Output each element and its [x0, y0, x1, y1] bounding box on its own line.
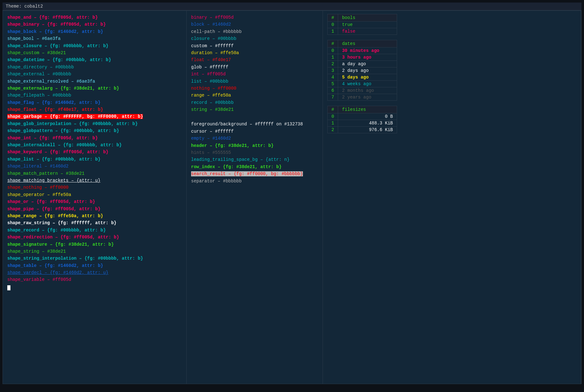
table-row: 0true — [328, 22, 397, 28]
col2-line: foreground/background – #ffffff on #1327… — [191, 121, 318, 128]
col2-line: binary – #ff005d — [191, 14, 318, 21]
col1-line: shape_internalcall – {fg: #00bbbb, attr:… — [7, 142, 182, 149]
data-table: #bools0true1false — [327, 14, 397, 35]
table-row: 1false — [328, 28, 397, 35]
col1-line: shape_record – {fg: #00bbbb, attr: b} — [7, 227, 182, 234]
col1-line: shape_nothing – #ff0000 — [7, 184, 182, 191]
col1-line: shape_closure – {fg: #00bbbb, attr: b} — [7, 42, 182, 49]
col1-line: shape_custom – #38de21 — [7, 49, 182, 56]
col2-line: custom – #ffffff — [191, 42, 318, 49]
col1-line: shape_external – #00bbbb — [7, 71, 182, 78]
data-table: #filesizes00 B1488.3 KiB2976.6 KiB — [327, 106, 397, 133]
table-row: 2a day ago — [328, 61, 397, 67]
theme-bar: Theme: cobalt2 — [3, 3, 581, 10]
data-table: #dates030 minutes ago13 hours ago2a day … — [327, 40, 397, 101]
col2: binary – #ff005dblock – #1460d2cell-path… — [187, 11, 323, 384]
col2-line: cursor – #ffffff — [191, 128, 318, 135]
col1: shape_and – {fg: #ff005d, attr: b}shape_… — [3, 11, 187, 384]
col1-line: shape_float – {fg: #f40e17, attr: b} — [7, 106, 182, 113]
col2-line: cell-path – #bbbbbb — [191, 28, 318, 35]
col1-line: shape_glob_interpolation – {fg: #00bbbb,… — [7, 120, 182, 127]
table-row: 45 days ago — [328, 74, 397, 81]
table-row: 62 months ago — [328, 87, 397, 94]
col1-line: shape_pipe – {fg: #ff005d, attr: b} — [7, 205, 182, 212]
col2-line: separator – #bbbbbb — [191, 178, 318, 185]
col2-line: row_index – {fg: #38de21, attr: b} — [191, 163, 318, 170]
col1-line: shape_vardecl – {fg: #1460d2, attr: u} — [7, 269, 182, 276]
col1-line: shape_flag – {fg: #1460d2, attr: b} — [7, 99, 182, 106]
col3: #bools0true1false#dates030 minutes ago13… — [323, 11, 581, 384]
col1-line: shape_directory – #00bbbb — [7, 64, 182, 71]
col1-line: shape_signature – {fg: #38de21, attr: b} — [7, 241, 182, 248]
col1-line: shape_string_interpolation – {fg: #00bbb… — [7, 255, 182, 262]
cursor — [7, 283, 182, 290]
col1-line: shape_keyword – {fg: #ff005d, attr: b} — [7, 149, 182, 155]
col1-line: shape_operator – #ffe50a — [7, 191, 182, 198]
col1-line: shape_string – #38de21 — [7, 248, 182, 255]
col2-line: search_result – {fg: #ff0000, bg: #bbbbb… — [191, 170, 318, 177]
col1-line: shape_filepath – #00bbbb — [7, 92, 182, 99]
col1-line: shape_raw_string – {fg: #ffffff, attr: b… — [7, 219, 182, 226]
table-row: 72 years ago — [328, 94, 397, 101]
col1-line: shape_int – {fg: #ff005d, attr: b} — [7, 135, 182, 142]
table-row: 2976.6 KiB — [328, 127, 397, 133]
col2-line: string – #38de21 — [191, 106, 318, 113]
main-container: shape_and – {fg: #ff005d, attr: b}shape_… — [3, 10, 581, 384]
col2-line: record – #00bbbb — [191, 99, 318, 106]
table-row: 1488.3 KiB — [328, 120, 397, 127]
col1-line: shape_redirection – {fg: #ff005d, attr: … — [7, 234, 182, 241]
table-row: 13 hours ago — [328, 54, 397, 61]
col2-line: block – #1460d2 — [191, 21, 318, 28]
col1-line: shape_and – {fg: #ff005d, attr: b} — [7, 14, 182, 21]
col2-line: glob – #ffffff — [191, 64, 318, 71]
col2-line: range – #ffe50a — [191, 92, 318, 99]
table-row: 030 minutes ago — [328, 47, 397, 54]
col1-line: shape_external_resolved – #6ae3fa — [7, 78, 182, 85]
col2-line: duration – #ffe50a — [191, 49, 318, 56]
col2-line: empty – #1460d2 — [191, 135, 318, 142]
col1-line: shape_bool – #6ae3fa — [7, 35, 182, 42]
col2-line: leading_trailing_space_bg – {attr: n} — [191, 156, 318, 163]
col2-line: float – #f40e17 — [191, 56, 318, 63]
table-row: 00 B — [328, 113, 397, 120]
col1-line: shape_binary – {fg: #ff005d, attr: b} — [7, 21, 182, 28]
col1-line: shape_list – {fg: #00bbbb, attr: b} — [7, 156, 182, 163]
col1-line: shape_or – {fg: #ff005d, attr: b} — [7, 198, 182, 205]
col1-line: shape_range – {fg: #ffe50a, attr: b} — [7, 212, 182, 219]
col1-line: shape_match_pattern – #38de21 — [7, 170, 182, 177]
col2-line: header – {fg: #38de21, attr: b} — [191, 142, 318, 149]
col1-line: shape_variable – #ff005d — [7, 276, 182, 283]
col1-line: shape_externalarg – {fg: #38de21, attr: … — [7, 85, 182, 92]
col2-line: list – #00bbbb — [191, 78, 318, 85]
col1-line: shape_table – {fg: #1460d2, attr: b} — [7, 262, 182, 269]
col2-line: int – #ff005d — [191, 71, 318, 78]
col1-line: shape_globpattern – {fg: #00bbbb, attr: … — [7, 127, 182, 134]
col1-line: shape_block – {fg: #1460d2, attr: b} — [7, 28, 182, 35]
col1-line: shape_garbage – {fg: #FFFFFF, bg: #FF000… — [7, 113, 182, 120]
table-row: 32 days ago — [328, 67, 397, 74]
col1-line: shape_literal – #1460d2 — [7, 163, 182, 170]
col2-line: nothing – #ff0000 — [191, 85, 318, 92]
col1-line: shape_datetime – {fg: #00bbbb, attr: b} — [7, 56, 182, 63]
col2-line: hints – #555555 — [191, 149, 318, 156]
col2-line: closure – #00bbbb — [191, 35, 318, 42]
col1-line: shape_matching_brackets – {attr: u} — [7, 177, 182, 184]
table-row: 54 weeks ago — [328, 81, 397, 87]
